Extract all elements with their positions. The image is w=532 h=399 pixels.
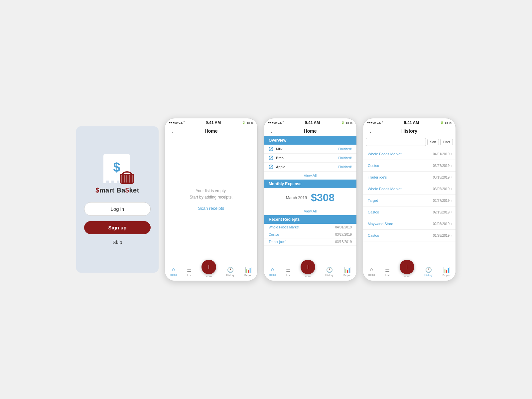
- menu-dots-3[interactable]: ⋮: [269, 128, 274, 134]
- screen-home-overview: ●●●oo GS ᵀ 9:41 AM 🔋 58 % ⋮ Home Overvie…: [264, 118, 357, 281]
- login-button[interactable]: Log in: [84, 202, 151, 216]
- history-search-bar: Sort Filter: [363, 136, 456, 148]
- check-icon-brea: [269, 156, 273, 160]
- recent-item-1[interactable]: Costco 03/27/2019: [264, 231, 356, 238]
- page-title-3: Home: [304, 128, 317, 134]
- monthly-row: March 2019 $308: [286, 192, 335, 204]
- status-bar-2: ●●●oo GS ᵀ 9:41 AM 🔋 58 %: [165, 118, 257, 126]
- check-icon-apple: [269, 165, 273, 169]
- screen-login: $ $mart Ba$ket: [76, 126, 159, 273]
- recent-store-2: Trader joes': [269, 240, 286, 244]
- nav-header-3: ⋮ Home: [264, 126, 356, 136]
- history-icon-2: 🕐: [227, 267, 234, 273]
- view-all-overview[interactable]: View All: [264, 172, 356, 180]
- skip-button[interactable]: Skip: [112, 239, 122, 245]
- history-item-3[interactable]: Whole Foods Market 03/05/2019 ›: [363, 183, 456, 195]
- basket-line: [126, 175, 127, 183]
- scan-fab-3[interactable]: +: [301, 260, 315, 274]
- history-item-0[interactable]: Whole Foods Market 04/01/2019 ›: [363, 148, 456, 160]
- history-store-4: Target: [368, 199, 433, 202]
- nav-scan-4[interactable]: + Scan: [400, 265, 414, 278]
- nav-home-4[interactable]: ⌂ Home: [368, 267, 375, 276]
- nav-scan-3[interactable]: + Scan: [301, 265, 315, 278]
- search-input[interactable]: [366, 138, 426, 146]
- home-icon-4: ⌂: [370, 267, 373, 273]
- nav-home-3[interactable]: ⌂ Home: [269, 267, 276, 276]
- nav-list-3[interactable]: ☰ List: [286, 267, 291, 277]
- app-name-dollar1: $: [95, 187, 99, 194]
- recent-store-0: Whole Foods Market: [269, 225, 299, 229]
- nav-history-4[interactable]: 🕐 History: [424, 267, 433, 277]
- nav-report-3[interactable]: 📊 Report: [343, 267, 351, 277]
- page-title-2: Home: [205, 128, 218, 134]
- history-date-5: 02/15/2019: [433, 210, 450, 214]
- recent-item-2[interactable]: Trader joes' 03/15/2019: [264, 238, 356, 246]
- chevron-icon-5: ›: [451, 210, 452, 214]
- scan-receipts-link[interactable]: Scan receipts: [198, 206, 224, 211]
- bottom-nav-4: ⌂ Home ☰ List + Scan 🕐 History 📊 Report: [363, 263, 456, 281]
- monthly-amount: $308: [311, 192, 334, 204]
- nav-header-4: ⋮ History: [363, 126, 456, 136]
- report-icon-3: 📊: [344, 267, 351, 273]
- monthly-header: Monthly Expense: [264, 180, 356, 188]
- basket-line: [129, 175, 130, 183]
- basket-line: [124, 175, 125, 183]
- history-store-2: Trader joe's: [368, 175, 433, 179]
- screen-content-2: Your list is empty. Start by adding rece…: [165, 136, 257, 263]
- nav-list-4[interactable]: ☰ List: [385, 267, 390, 277]
- history-store-1: Costco: [368, 164, 433, 168]
- history-date-0: 04/01/2019: [433, 152, 450, 156]
- history-item-2[interactable]: Trader joe's 03/15/2019 ›: [363, 172, 456, 183]
- check-icon-milk: [269, 147, 273, 151]
- status-battery-3: 🔋 58 %: [341, 121, 352, 124]
- sort-button[interactable]: Sort: [427, 139, 439, 145]
- home-icon-2: ⌂: [172, 267, 175, 273]
- bottom-nav-2: ⌂ Home ☰ List + Scan 🕐 History 📊 Report: [165, 263, 257, 281]
- screen-home-empty: ●●●oo GS ᵀ 9:41 AM 🔋 58 % ⋮ Home Your li…: [165, 118, 258, 281]
- overview-item-apple: Apple Finished!: [264, 163, 356, 172]
- history-store-3: Whole Foods Market: [368, 187, 433, 191]
- menu-dots-2[interactable]: ⋮: [170, 128, 175, 134]
- nav-report-4[interactable]: 📊 Report: [443, 267, 451, 277]
- menu-dots-4[interactable]: ⋮: [368, 128, 373, 134]
- basket-lines: [121, 175, 133, 183]
- bottom-nav-3: ⌂ Home ☰ List + Scan 🕐 History 📊 Report: [264, 263, 356, 281]
- status-battery-2: 🔋 58 %: [242, 121, 253, 124]
- nav-history-2[interactable]: 🕐 History: [226, 267, 234, 277]
- nav-report-2[interactable]: 📊 Report: [244, 267, 252, 277]
- signup-button[interactable]: Sign up: [84, 221, 151, 234]
- list-icon-2: ☰: [187, 267, 192, 273]
- status-time-3: 9:41 AM: [305, 120, 320, 125]
- history-date-1: 03/27/2019: [433, 164, 450, 168]
- history-item-4[interactable]: Target 02/27/2019 ›: [363, 195, 456, 206]
- dollar-sign-icon: $: [113, 160, 120, 175]
- chevron-icon-6: ›: [451, 221, 452, 226]
- status-bar-3: ●●●oo GS ᵀ 9:41 AM 🔋 58 %: [264, 118, 356, 126]
- history-store-5: Castco: [368, 210, 433, 214]
- basket-icon: [120, 171, 134, 184]
- recent-item-0[interactable]: Whole Foods Market 04/01/2019: [264, 224, 356, 231]
- history-item-5[interactable]: Castco 02/15/2019 ›: [363, 206, 456, 218]
- filter-button[interactable]: Filter: [440, 139, 453, 145]
- history-item-1[interactable]: Costco 03/27/2019 ›: [363, 160, 456, 172]
- history-item-6[interactable]: Maywand Store 02/06/2019 ›: [363, 218, 456, 230]
- status-carrier-2: ●●●oo GS ᵀ: [169, 121, 185, 124]
- nav-history-3[interactable]: 🕐 History: [325, 267, 333, 277]
- chevron-icon-3: ›: [451, 187, 452, 191]
- history-icon-4: 🕐: [425, 267, 432, 273]
- chevron-icon-0: ›: [451, 152, 452, 156]
- nav-home-2[interactable]: ⌂ Home: [170, 267, 177, 276]
- history-item-7[interactable]: Castco 01/25/2019 ›: [363, 230, 456, 241]
- recent-header: Recent Reciepts: [264, 215, 356, 224]
- nav-scan-2[interactable]: + Scan: [201, 265, 216, 278]
- monthly-section: March 2019 $308: [264, 188, 356, 207]
- basket-body: [120, 174, 134, 184]
- overview-header: Overview: [264, 136, 356, 145]
- report-icon-2: 📊: [245, 267, 252, 273]
- view-all-monthly[interactable]: View All: [264, 207, 356, 215]
- history-icon-3: 🕐: [326, 267, 333, 273]
- nav-list-2[interactable]: ☰ List: [187, 267, 192, 277]
- scan-fab-4[interactable]: +: [400, 260, 414, 274]
- scan-fab-2[interactable]: +: [201, 260, 216, 274]
- recent-store-1: Costco: [269, 233, 279, 236]
